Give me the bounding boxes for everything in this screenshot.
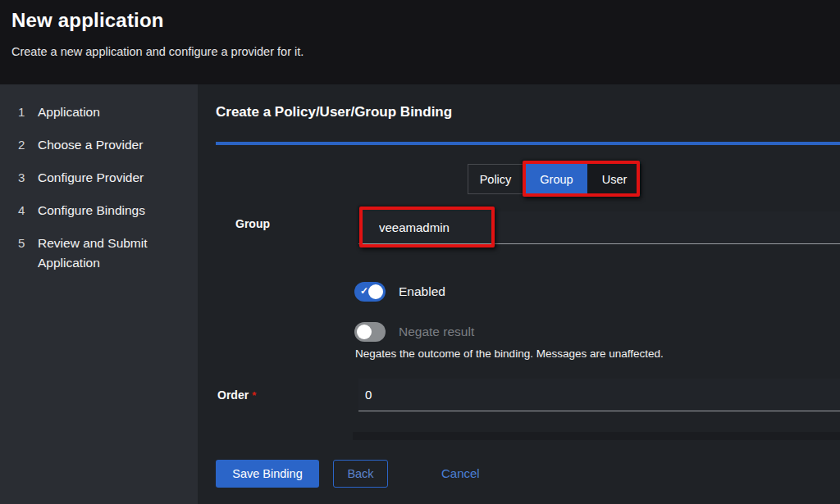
negate-result-label: Negate result — [399, 325, 474, 339]
binding-type-toggle: Policy Group User — [468, 164, 641, 194]
step-configure-provider[interactable]: 3 Configure Provider — [18, 168, 198, 188]
negate-switch-row: Negate result — [354, 322, 474, 342]
wizard-header: New application Create a new application… — [0, 0, 840, 84]
step-review-submit[interactable]: 5 Review and Submit Application — [18, 234, 198, 273]
step-number: 2 — [18, 135, 38, 155]
enabled-toggle[interactable]: ✓ — [354, 282, 386, 302]
wizard-steps-sidebar: 1 Application 2 Choose a Provider 3 Conf… — [0, 84, 198, 504]
negate-help-text: Negates the outcome of the binding. Mess… — [355, 347, 664, 360]
step-label: Configure Bindings — [38, 201, 145, 220]
step-number: 4 — [18, 201, 38, 220]
save-binding-button[interactable]: Save Binding — [216, 460, 319, 488]
order-label-text: Order — [217, 388, 249, 402]
form-title: Create a Policy/User/Group Binding — [216, 104, 452, 120]
page-subtitle: Create a new application and configure a… — [11, 45, 304, 58]
step-label: Configure Provider — [38, 168, 144, 188]
tab-policy[interactable]: Policy — [468, 164, 523, 194]
switch-knob — [368, 284, 383, 299]
step-number: 5 — [18, 234, 38, 273]
order-field-label: Order* — [217, 388, 256, 402]
step-number: 1 — [18, 102, 38, 122]
switch-knob — [357, 325, 372, 339]
required-asterisk: * — [252, 389, 256, 402]
step-number: 3 — [18, 168, 38, 188]
negate-result-toggle[interactable] — [354, 322, 386, 342]
order-input[interactable] — [358, 379, 840, 411]
step-label: Review and Submit Application — [38, 234, 169, 273]
back-button[interactable]: Back — [333, 460, 388, 488]
step-configure-bindings[interactable]: 4 Configure Bindings — [18, 201, 198, 220]
form-footer: Save Binding Back Cancel — [198, 440, 840, 504]
group-field-label: Group — [235, 217, 270, 230]
title-underline — [216, 142, 840, 145]
page-title: New application — [11, 9, 164, 32]
step-application[interactable]: 1 Application — [18, 102, 198, 122]
tab-user[interactable]: User — [587, 164, 641, 194]
step-choose-provider[interactable]: 2 Choose a Provider — [18, 135, 198, 155]
check-icon: ✓ — [360, 285, 368, 297]
new-application-wizard: New application Create a new application… — [0, 0, 840, 504]
group-select-input[interactable] — [358, 211, 840, 244]
tab-group[interactable]: Group — [526, 164, 587, 194]
enabled-switch-row: ✓ Enabled — [354, 282, 445, 302]
binding-form-pane: Create a Policy/User/Group Binding Polic… — [198, 84, 840, 504]
enabled-label: Enabled — [399, 284, 445, 299]
step-label: Application — [38, 102, 100, 122]
cancel-button[interactable]: Cancel — [441, 460, 480, 488]
step-label: Choose a Provider — [38, 135, 143, 155]
